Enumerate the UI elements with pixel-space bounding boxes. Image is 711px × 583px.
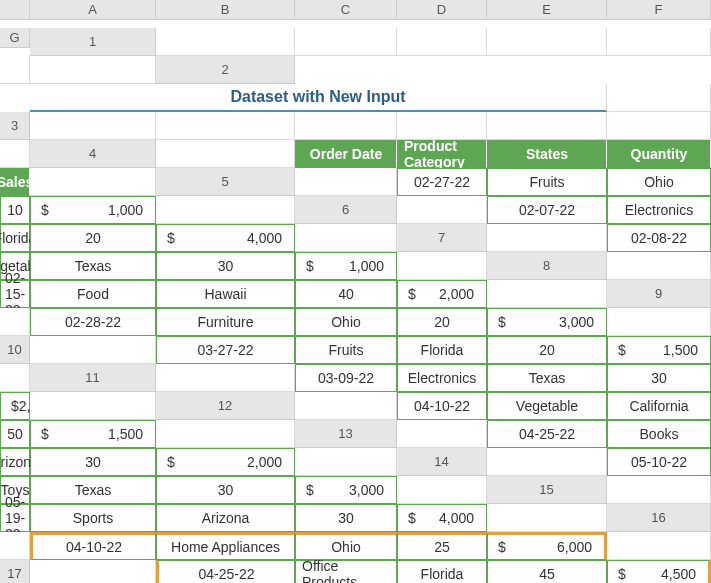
cell-empty[interactable] — [607, 112, 711, 140]
cell-quantity[interactable]: 20 — [397, 308, 487, 336]
cell-product-category[interactable]: Fruits — [487, 168, 607, 196]
cell-empty[interactable] — [487, 224, 607, 252]
cell-empty[interactable] — [397, 252, 487, 280]
cell-empty[interactable] — [487, 448, 607, 476]
cell-empty[interactable] — [607, 308, 711, 336]
cell-empty[interactable] — [295, 28, 397, 56]
column-header-B[interactable]: B — [156, 0, 295, 20]
row-header-17[interactable]: 17 — [0, 560, 30, 583]
cell-empty[interactable] — [0, 532, 30, 560]
cell-quantity[interactable]: 45 — [487, 560, 607, 583]
cell-empty[interactable] — [30, 56, 156, 84]
cell-product-category[interactable]: Electronics — [607, 196, 711, 224]
cell-order-date[interactable]: 04-25-22 — [487, 420, 607, 448]
cell-sales[interactable]: $3,000 — [487, 308, 607, 336]
cell-empty[interactable] — [487, 112, 607, 140]
cell-product-category[interactable]: Vegetable — [487, 392, 607, 420]
cell-sales[interactable]: $2,000 — [397, 280, 487, 308]
cell-order-date[interactable]: 02-08-22 — [607, 224, 711, 252]
cell-states[interactable]: Ohio — [295, 532, 397, 560]
cell-empty[interactable] — [607, 476, 711, 504]
cell-sales[interactable]: $4,000 — [156, 224, 295, 252]
cell-states[interactable]: Texas — [487, 364, 607, 392]
cell-sales[interactable]: $1,500 — [30, 420, 156, 448]
cell-product-category[interactable]: Fruits — [295, 336, 397, 364]
cell-quantity[interactable]: 40 — [295, 280, 397, 308]
cell-empty[interactable] — [156, 28, 295, 56]
cell-order-date[interactable]: 02-15-22 — [0, 280, 30, 308]
cell-states[interactable]: Hawaii — [156, 280, 295, 308]
cell-order-date[interactable]: 04-10-22 — [397, 392, 487, 420]
cell-empty[interactable] — [0, 56, 30, 84]
cell-empty[interactable] — [156, 420, 295, 448]
row-header-9[interactable]: 9 — [607, 280, 711, 308]
cell-product-category[interactable]: Furniture — [156, 308, 295, 336]
cell-empty[interactable] — [30, 560, 156, 583]
cell-product-category[interactable]: Books — [607, 420, 711, 448]
table-header-sales[interactable]: Sales — [0, 168, 30, 196]
cell-order-date[interactable]: 02-28-22 — [30, 308, 156, 336]
column-header-F[interactable]: F — [607, 0, 711, 20]
cell-empty[interactable] — [295, 448, 397, 476]
row-header-10[interactable]: 10 — [0, 336, 30, 364]
corner-cell[interactable] — [0, 0, 30, 20]
cell-empty[interactable] — [156, 112, 295, 140]
cell-sales[interactable]: $4,000 — [397, 504, 487, 532]
cell-sales[interactable]: $2,000 — [156, 448, 295, 476]
cell-sales[interactable]: $1,000 — [30, 196, 156, 224]
cell-sales[interactable]: $1,500 — [607, 336, 711, 364]
cell-order-date[interactable]: 05-10-22 — [607, 448, 711, 476]
cell-quantity[interactable]: 30 — [607, 364, 711, 392]
cell-order-date[interactable]: 03-09-22 — [295, 364, 397, 392]
cell-quantity[interactable]: 30 — [30, 448, 156, 476]
table-header-product_category[interactable]: Product Category — [397, 140, 487, 168]
cell-quantity[interactable]: 25 — [397, 532, 487, 560]
row-header-1[interactable]: 1 — [30, 28, 156, 56]
cell-empty[interactable] — [30, 392, 156, 420]
cell-empty[interactable] — [397, 476, 487, 504]
cell-empty[interactable] — [397, 420, 487, 448]
cell-empty[interactable] — [397, 28, 487, 56]
cell-sales[interactable]: $4,500 — [607, 560, 711, 583]
cell-states[interactable]: California — [607, 392, 711, 420]
row-header-11[interactable]: 11 — [30, 364, 156, 392]
row-header-2[interactable]: 2 — [156, 56, 295, 84]
cell-order-date[interactable]: 03-27-22 — [156, 336, 295, 364]
cell-quantity[interactable]: 30 — [156, 476, 295, 504]
column-header-G[interactable]: G — [0, 28, 30, 48]
cell-states[interactable]: Arizona — [0, 448, 30, 476]
row-header-15[interactable]: 15 — [487, 476, 607, 504]
cell-empty[interactable] — [607, 532, 711, 560]
row-header-14[interactable]: 14 — [397, 448, 487, 476]
column-header-C[interactable]: C — [295, 0, 397, 20]
column-header-D[interactable]: D — [397, 0, 487, 20]
cell-empty[interactable] — [295, 392, 397, 420]
cell-empty[interactable] — [607, 84, 711, 112]
cell-states[interactable]: Arizona — [156, 504, 295, 532]
cell-empty[interactable] — [0, 308, 30, 336]
row-header-7[interactable]: 7 — [397, 224, 487, 252]
cell-empty[interactable] — [295, 168, 397, 196]
cell-empty[interactable] — [156, 140, 295, 168]
column-header-E[interactable]: E — [487, 0, 607, 20]
cell-order-date[interactable]: 02-07-22 — [487, 196, 607, 224]
row-header-3[interactable]: 3 — [0, 112, 30, 140]
cell-empty[interactable] — [30, 112, 156, 140]
cell-sales[interactable]: $2,500 — [0, 392, 30, 420]
table-header-states[interactable]: States — [487, 140, 607, 168]
cell-empty[interactable] — [397, 196, 487, 224]
row-header-8[interactable]: 8 — [487, 252, 607, 280]
cell-order-date[interactable]: 04-25-22 — [156, 560, 295, 583]
cell-empty[interactable] — [487, 28, 607, 56]
cell-empty[interactable] — [295, 112, 397, 140]
cell-empty[interactable] — [487, 504, 607, 532]
cell-sales[interactable]: $1,000 — [295, 252, 397, 280]
cell-quantity[interactable]: 20 — [487, 336, 607, 364]
row-header-13[interactable]: 13 — [295, 420, 397, 448]
row-header-6[interactable]: 6 — [295, 196, 397, 224]
cell-sales[interactable]: $6,000 — [487, 532, 607, 560]
cell-order-date[interactable]: 05-19-22 — [0, 504, 30, 532]
table-header-order_date[interactable]: Order Date — [295, 140, 397, 168]
cell-states[interactable]: Ohio — [295, 308, 397, 336]
cell-empty[interactable] — [0, 364, 30, 392]
